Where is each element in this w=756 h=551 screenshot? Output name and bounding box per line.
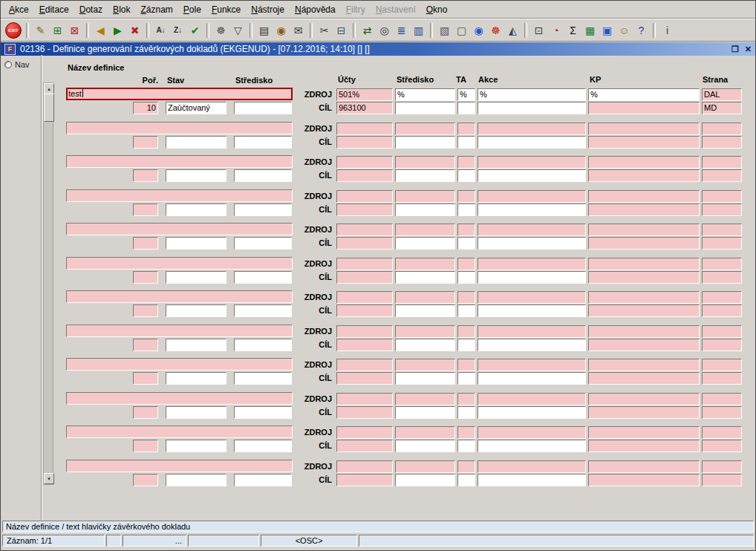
cil-ucty-field[interactable] <box>336 304 393 317</box>
zdroj-strana-field[interactable] <box>702 156 742 169</box>
cil-strana-field[interactable] <box>702 271 742 284</box>
poradi-field[interactable]: 10 <box>133 102 158 114</box>
zdroj-akce-field[interactable] <box>478 393 586 405</box>
cil-ucty-field[interactable] <box>336 136 393 149</box>
cil-kp-field[interactable] <box>588 203 700 216</box>
zdroj-kp-field[interactable] <box>588 190 700 203</box>
cil-kp-field[interactable] <box>588 406 700 419</box>
zdroj-akce-field[interactable] <box>478 460 586 473</box>
cil-stredisko-field[interactable] <box>395 474 455 486</box>
zdroj-ucty-field[interactable] <box>336 460 393 473</box>
cil-strana-field[interactable] <box>702 372 742 385</box>
stav-field[interactable] <box>166 474 227 486</box>
cil-kp-field[interactable] <box>588 474 700 486</box>
zdroj-ucty-field[interactable] <box>336 359 393 371</box>
zdroj-stredisko-field[interactable] <box>395 359 455 371</box>
poradi-field[interactable] <box>133 372 158 385</box>
zdroj-kp-field[interactable] <box>588 156 700 169</box>
cil-stredisko-field[interactable] <box>395 304 455 317</box>
zdroj-akce-field[interactable] <box>478 123 586 135</box>
nazev-definice-field[interactable] <box>66 426 293 438</box>
cil-strana-field[interactable] <box>702 136 742 149</box>
cil-akce-field[interactable] <box>478 440 586 452</box>
nazev-definice-field[interactable] <box>66 122 293 134</box>
cil-ucty-field[interactable] <box>336 474 393 486</box>
cil-ucty-field[interactable] <box>336 271 393 284</box>
nazev-definice-field[interactable] <box>66 460 293 472</box>
cil-strana-field[interactable] <box>702 339 742 351</box>
poradi-field[interactable] <box>133 440 158 452</box>
cil-strana-field[interactable]: MD <box>702 102 742 114</box>
zdroj-akce-field[interactable] <box>478 156 586 169</box>
poradi-field[interactable] <box>133 271 158 284</box>
zdroj-ta-field[interactable] <box>457 325 475 338</box>
nazev-definice-field[interactable] <box>66 325 293 337</box>
cil-akce-field[interactable] <box>478 304 586 317</box>
cil-akce-field[interactable] <box>478 372 586 385</box>
cil-ta-field[interactable] <box>457 237 475 250</box>
zdroj-kp-field[interactable] <box>588 426 700 439</box>
zdroj-kp-field[interactable] <box>588 291 700 304</box>
zdroj-ucty-field[interactable] <box>336 426 393 439</box>
cil-strana-field[interactable] <box>702 203 742 216</box>
zdroj-ucty-field[interactable] <box>336 291 393 304</box>
zdroj-kp-field[interactable] <box>588 359 700 371</box>
zdroj-kp-field[interactable] <box>588 393 700 405</box>
zdroj-ucty-field[interactable] <box>336 190 393 203</box>
zdroj-akce-field[interactable] <box>478 359 586 371</box>
zdroj-akce-field[interactable] <box>478 325 586 338</box>
stav-field[interactable] <box>166 372 227 385</box>
cil-kp-field[interactable] <box>588 136 700 149</box>
stredisko-field[interactable] <box>234 440 292 452</box>
cil-kp-field[interactable] <box>588 237 700 250</box>
cil-ta-field[interactable] <box>457 474 475 486</box>
zdroj-ta-field[interactable] <box>457 291 475 304</box>
zdroj-kp-field[interactable]: % <box>588 88 700 101</box>
stav-field[interactable] <box>166 203 227 216</box>
zdroj-strana-field[interactable]: DAL <box>702 88 742 101</box>
zdroj-ucty-field[interactable] <box>336 258 393 270</box>
cil-akce-field[interactable] <box>478 406 586 419</box>
nazev-definice-field[interactable] <box>66 155 293 168</box>
stredisko-field[interactable] <box>234 237 292 250</box>
zdroj-ta-field[interactable] <box>457 258 475 270</box>
zdroj-strana-field[interactable] <box>702 291 742 304</box>
nazev-definice-field[interactable] <box>66 189 293 202</box>
cil-strana-field[interactable] <box>702 304 742 317</box>
cil-stredisko-field[interactable] <box>395 169 455 182</box>
cil-ta-field[interactable] <box>457 102 475 114</box>
zdroj-strana-field[interactable] <box>702 325 742 338</box>
stredisko-field[interactable] <box>234 474 292 486</box>
cil-stredisko-field[interactable] <box>395 203 455 216</box>
cil-ucty-field[interactable] <box>336 406 393 419</box>
cil-stredisko-field[interactable] <box>395 440 455 452</box>
poradi-field[interactable] <box>133 304 158 317</box>
nazev-definice-field[interactable] <box>66 290 293 303</box>
zdroj-stredisko-field[interactable]: % <box>395 88 455 101</box>
zdroj-ucty-field[interactable]: 501% <box>336 88 393 101</box>
cil-ta-field[interactable] <box>457 372 475 385</box>
cil-stredisko-field[interactable] <box>395 406 455 419</box>
cil-stredisko-field[interactable] <box>395 237 455 250</box>
cil-stredisko-field[interactable] <box>395 136 455 149</box>
cil-akce-field[interactable] <box>478 339 586 351</box>
zdroj-kp-field[interactable] <box>588 123 700 135</box>
zdroj-ta-field[interactable] <box>457 190 475 203</box>
stav-field[interactable] <box>166 136 227 149</box>
nazev-definice-field[interactable] <box>66 358 293 371</box>
zdroj-stredisko-field[interactable] <box>395 426 455 439</box>
zdroj-ta-field[interactable] <box>457 426 475 439</box>
cil-kp-field[interactable] <box>588 271 700 284</box>
cil-ta-field[interactable] <box>457 271 475 284</box>
zdroj-strana-field[interactable] <box>702 123 742 135</box>
cil-strana-field[interactable] <box>702 474 742 486</box>
cil-ucty-field[interactable]: 963100 <box>336 102 393 114</box>
zdroj-kp-field[interactable] <box>588 224 700 236</box>
cil-ta-field[interactable] <box>457 203 475 216</box>
zdroj-ucty-field[interactable] <box>336 224 393 236</box>
zdroj-stredisko-field[interactable] <box>395 393 455 405</box>
zdroj-ucty-field[interactable] <box>336 325 393 338</box>
cil-ta-field[interactable] <box>457 406 475 419</box>
stredisko-field[interactable] <box>234 203 292 216</box>
nazev-definice-field[interactable] <box>66 257 293 270</box>
